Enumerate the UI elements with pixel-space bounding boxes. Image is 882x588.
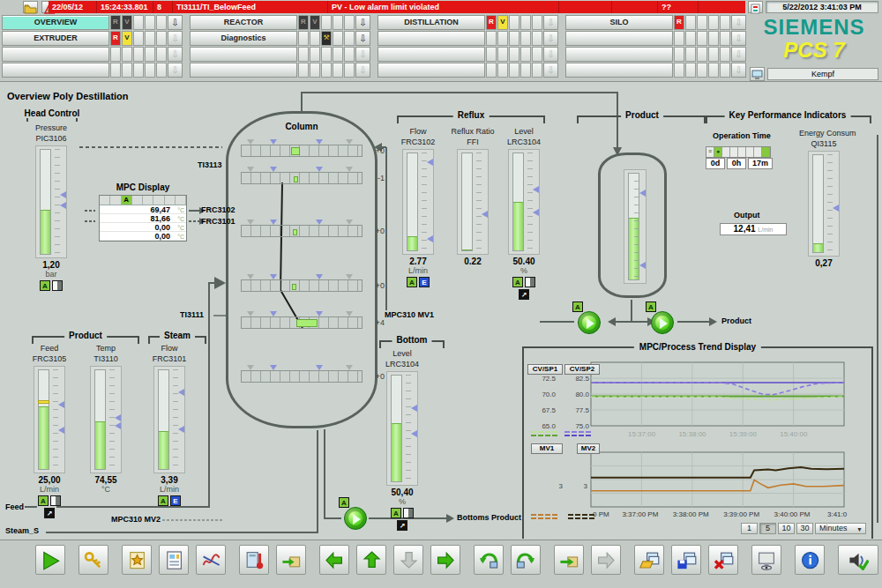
user-monitor-icon[interactable] [750,67,765,81]
gauge-mode-chip-half[interactable] [50,495,61,506]
gauge-mode-chip-auto[interactable]: ↗ [397,520,407,531]
nav-expand-arrow-icon[interactable]: ⇩ [543,15,558,30]
redo-button[interactable] [511,545,541,575]
save-windows-button[interactable] [671,545,701,575]
pump-mode-chip[interactable]: A [572,301,583,312]
nav-button-empty[interactable] [2,63,109,78]
kpi-operation-time-label: Operation Time [713,131,771,140]
picture-down-button[interactable] [393,545,423,575]
trend-range-10[interactable]: 10 [778,523,795,534]
nav-button-extruder[interactable]: EXTRUDER [2,31,109,46]
delete-windows-button[interactable] [708,545,738,575]
store-picture-button[interactable] [554,545,584,575]
alarm-page-icon[interactable] [748,1,763,13]
trend-display-button[interactable] [196,545,226,575]
nav-button-empty[interactable] [377,47,485,62]
picture-change-button[interactable] [276,545,306,575]
trend-range-30[interactable]: 30 [796,523,813,534]
nav-expand-arrow-icon[interactable]: ⇩ [731,47,746,62]
monitor-hide-button[interactable] [751,545,781,575]
navigate-back-button[interactable] [319,545,349,575]
nav-button-empty[interactable] [190,47,297,62]
gauge-faceplate[interactable] [34,366,65,473]
mpc-display[interactable]: A 69,47°C81,66°C0,00°C0,00°C [99,195,187,242]
runtime-start-button[interactable] [35,545,65,575]
gauge-mode-chip-half[interactable] [403,508,414,518]
nav-expand-arrow-icon[interactable]: ⇩ [168,15,183,30]
pump-valve[interactable] [344,507,367,530]
nav-alarm-indicator [520,63,531,78]
gauge-faceplate[interactable] [457,149,489,255]
gauge-mode-chip-e[interactable]: E [419,277,430,287]
gauge-mode-chip-a[interactable]: A [38,495,49,506]
nav-expand-arrow-icon[interactable]: ⇩ [355,63,370,78]
open-windows-button[interactable] [634,545,664,575]
gauge-mode-chip-a[interactable]: A [40,280,50,291]
alarm-message-line[interactable]: 22/05/12 15:24:33.801 8 TI3111/TI_BelowF… [49,1,745,13]
nav-expand-arrow-icon[interactable]: ⇩ [543,47,558,62]
report-button[interactable] [159,545,189,575]
gauge-mode-chip-auto[interactable]: ↗ [519,289,529,300]
nav-button-diagnostics[interactable]: Diagnostics [190,31,297,46]
gauge-mode-chip-half[interactable] [525,277,535,287]
nav-button-empty[interactable] [377,31,485,46]
gauge-mode-chip-auto[interactable]: ↗ [44,508,55,518]
gauge-faceplate[interactable] [508,149,540,255]
nav-expand-arrow-icon[interactable]: ⇩ [355,15,370,30]
nav-button-reactor[interactable]: REACTOR [190,15,297,30]
nav-button-empty[interactable] [565,47,673,62]
gauge-mode-chip-half[interactable] [52,280,63,291]
nav-expand-arrow-icon[interactable]: ⇩ [168,31,183,46]
nav-button-silo[interactable]: SILO [565,15,673,30]
navigate-forward-button[interactable] [430,545,460,575]
nav-expand-arrow-icon[interactable]: ⇩ [731,31,746,46]
gauge-faceplate[interactable] [402,149,434,255]
process-values-button[interactable] [239,545,269,575]
recall-picture-button[interactable] [591,545,621,575]
pump-mode-chip[interactable]: A [646,301,656,312]
alarm-folder-icon[interactable] [23,1,38,13]
nav-alarm-indicator [708,15,719,30]
nav-expand-arrow-icon[interactable]: ⇩ [355,31,370,46]
gauge-mode-chip-e[interactable]: E [170,495,181,506]
nav-button-empty[interactable] [565,31,673,46]
gauge-faceplate[interactable] [90,366,122,473]
nav-button-overview[interactable]: OVERVIEW [2,15,109,30]
trend-range-5[interactable]: 5 [759,523,776,534]
info-button[interactable] [795,545,825,575]
gauge-mode-chip-a[interactable]: A [158,495,168,506]
pump-mode-chip[interactable]: A [339,497,349,508]
nav-button-distillation[interactable]: DISTILLATION [377,15,485,30]
nav-expand-arrow-icon[interactable]: ⇩ [543,63,558,78]
gauge-faceplate[interactable] [808,151,840,257]
nav-button-empty[interactable] [2,47,109,62]
nav-expand-arrow-icon[interactable]: ⇩ [355,47,370,62]
trend-range-unit-dropdown[interactable]: Minutes▼ [815,523,866,534]
nav-expand-arrow-icon[interactable]: ⇩ [731,63,746,78]
picture-new-button[interactable] [122,545,152,575]
gauge-mode-chip-a[interactable]: A [512,277,523,287]
login-key-button[interactable] [78,545,108,575]
picture-up-button[interactable] [356,545,386,575]
nav-expand-arrow-icon[interactable]: ⇩ [543,31,558,46]
gauge-mode-chip-a[interactable]: A [407,277,417,287]
pump-valve[interactable] [651,311,674,334]
trend-legend-swatch [531,429,557,438]
trend-range-1[interactable]: 1 [741,523,758,534]
nav-expand-arrow-icon[interactable]: ⇩ [731,15,746,30]
gauge-mode-chip-a[interactable]: A [391,508,401,518]
distillation-column[interactable]: Column +0-1+0+0+4+0 [226,111,377,428]
nav-button-empty[interactable] [190,63,297,78]
nav-expand-arrow-icon[interactable]: ⇩ [168,47,183,62]
nav-expand-arrow-icon[interactable]: ⇩ [168,63,183,78]
gauge-faceplate[interactable] [153,366,185,473]
nav-button-empty[interactable] [377,63,485,78]
gauge-faceplate[interactable] [35,145,67,258]
pump-valve[interactable] [578,311,601,334]
nav-alarm-chips [486,31,542,46]
gauge-faceplate[interactable] [386,371,418,486]
nav-button-empty[interactable] [565,63,673,78]
product-tank[interactable] [598,153,667,298]
horn-acknowledge-button[interactable] [838,545,878,575]
undo-button[interactable] [474,545,504,575]
